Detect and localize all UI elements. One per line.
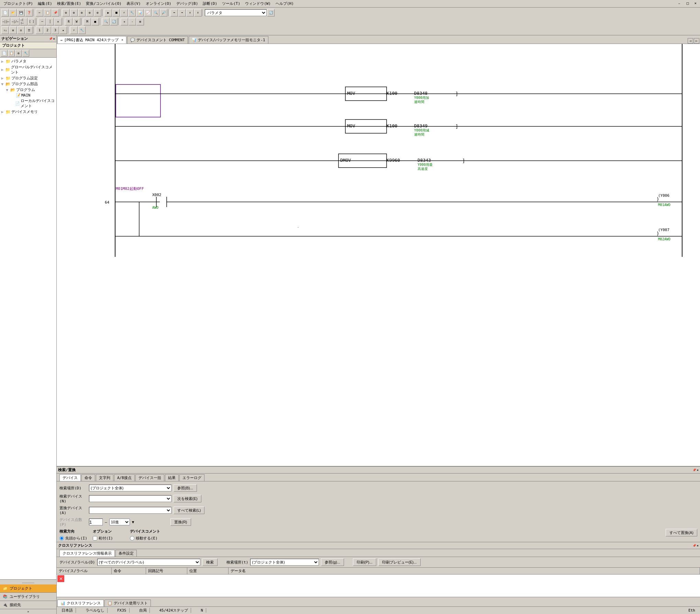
search-next-btn[interactable]: 次を検索(E) [174,495,201,502]
tree-item-global-comment[interactable]: ▷ 📁 グローバルデバイスコメント [1,64,56,75]
xref-reference-btn[interactable]: 参照(g)... [321,558,344,566]
nav-btn-project[interactable]: 📁 プロジェクト [0,584,56,593]
menu-search[interactable]: 検索/置換(E) [55,0,84,7]
tb-r3-10[interactable]: 🔧 [78,26,86,34]
tb-r3-4[interactable]: ☰ [25,26,33,34]
tb-cut[interactable]: ✂ [36,9,43,16]
nav-tb-4[interactable]: 🔧 [22,50,29,57]
tb-btn11[interactable]: 📈 [144,9,152,16]
bottom-tab-device-list[interactable]: 📋 デバイス使用リスト [104,600,151,606]
replace-all-btn[interactable]: すべて置換(A) [666,529,697,536]
tb-delete[interactable]: ✕ [54,18,62,25]
tab-main[interactable]: ✏ [PRG]書込 MAIN 424ステップ × [57,36,126,44]
menu-project[interactable]: プロジェクト(P) [1,0,35,7]
tb-btn15[interactable]: ➡ [178,9,186,16]
tree-item-program[interactable]: ▽ 📂 プログラム [1,87,56,93]
search-tab-ab-contact[interactable]: A/B接点 [114,474,135,481]
tb-zoom-out[interactable]: - [129,18,136,25]
nav-expand-bottom[interactable]: » [0,609,56,614]
tb-paste[interactable]: 📌 [52,9,59,16]
check-digit-input[interactable] [93,536,97,541]
search-tab-error-log[interactable]: エラーログ [179,474,204,481]
tb-new[interactable]: 📄 [1,9,9,16]
nav-tb-3[interactable]: ⚙ [15,50,22,57]
tb-btn7[interactable]: ⏹ [112,9,120,16]
nav-pin[interactable]: 📌 [49,37,53,41]
menu-view[interactable]: 表示(V) [124,0,143,7]
tb-btn9[interactable]: 🔧 [128,9,136,16]
xref-device-combo[interactable]: (すべてのデバイス/ラベル) [97,559,200,566]
tab-nav-left[interactable]: ◁ [688,38,693,44]
nav-expand[interactable]: ‥‥‥‥‥‥ [0,580,56,584]
device-points-unit[interactable]: 10進 [109,519,130,525]
tb-r3-2[interactable]: ⊞ [9,26,17,34]
tb-btn14[interactable]: ⬅ [170,9,178,16]
tree-item-device-memory[interactable]: ▷ 📁 デバイスメモリ [1,109,56,115]
bottom-tab-xref[interactable]: 📊 クロスリファレンス [57,600,104,606]
xref-search-btn[interactable]: 検索 [202,558,218,566]
tab-close[interactable]: × [121,38,123,42]
tb-btn16[interactable]: ⬆ [186,9,194,16]
xref-print-preview-btn[interactable]: 印刷プレビュー(E)... [378,558,421,566]
tb-open[interactable]: 📂 [9,9,17,16]
xref-location-combo[interactable]: (プロジェクト全体) [250,559,319,566]
menu-online[interactable]: オンライン(O) [144,0,174,7]
tab-monitor[interactable]: 📊 デバイス/バッファメモリ一括モニタ-1 [189,36,268,44]
xref-close[interactable]: × [697,544,699,547]
tb-r3-6[interactable]: 2 [44,26,51,34]
tb-monitor[interactable]: M [84,18,91,25]
search-tab-instruction[interactable]: 命令 [81,474,95,481]
xref-print-btn[interactable]: 印刷(P)... [353,558,376,566]
search-tab-device-all[interactable]: デバイス一括 [135,474,164,481]
xref-delete-btn[interactable]: ✕ [57,575,64,582]
tb-contact-nc[interactable]: ─|/─ [11,18,20,25]
tb-zoom-fit[interactable]: ⊞ [136,18,144,25]
tb-r3-7[interactable]: 3 [52,26,59,34]
search-tab-string[interactable]: 文字列 [96,474,113,481]
radio-move-input[interactable] [130,536,134,541]
search-reference-btn[interactable]: 参照(B)... [174,484,197,492]
param-combo[interactable]: パラメタ [205,9,267,16]
tb-r3-1[interactable]: ↑↓ [1,26,9,34]
tb-btn12[interactable]: 🔍 [152,9,159,16]
tree-item-local-comment[interactable]: 📄 ローカルデバイスコメント [1,98,56,109]
tb-replace[interactable]: 🔄 [110,18,118,25]
tree-item-main[interactable]: 📝 MAIN [1,93,56,98]
tb-write[interactable]: W [73,18,80,25]
tb-coil[interactable]: ─( )─ [20,18,27,25]
menu-window[interactable]: ウィンドウ(W) [243,0,273,7]
tree-item-param[interactable]: ▷ 📁 パラメタ [1,58,56,64]
xref-pin[interactable]: 📌 [692,544,696,547]
radio-from-top-input[interactable] [59,536,64,541]
tb-btn6[interactable]: ▶ [104,9,112,16]
ladder-area[interactable]: MOV K100 D8348 Y000用加 速時間 ] MOV K100 D83… [57,44,700,466]
menu-diag[interactable]: 診断(D) [201,0,219,7]
search-pin[interactable]: 📌 [692,468,696,472]
tb-btn2[interactable]: ⚙ [70,9,78,16]
search-device-combo[interactable] [89,495,171,502]
tb-contact-no[interactable]: ─|├─ [1,18,10,25]
tree-item-prog-setting[interactable]: ▷ 📁 プログラム設定 [1,75,56,81]
menu-tools[interactable]: ツール(T) [220,0,242,7]
tb-btn10[interactable]: 📊 [136,9,144,16]
nav-close[interactable]: × [53,37,55,41]
tb-find[interactable]: 🔍 [102,18,110,25]
device-points-input[interactable] [89,519,103,525]
tb-wire-h[interactable]: ─ [38,18,46,25]
tb-btn13[interactable]: 🔎 [160,9,167,16]
tb-btn17[interactable]: ⬇ [194,9,202,16]
xref-tab-condition[interactable]: 条件設定 [115,550,137,557]
nav-btn-connection[interactable]: 🔌 接続先 [0,601,56,609]
tab-nav-right[interactable]: ▷ [694,38,699,44]
nav-btn-user-library[interactable]: 📚 ユーザライブラリ [0,593,56,601]
xref-tab-info[interactable]: クロスリファレンス情報表示 [59,550,115,557]
search-all-btn[interactable]: すべて検索(L) [174,507,204,514]
tb-func[interactable]: [ ] [28,18,35,25]
menu-help[interactable]: ヘルプ(H) [274,0,296,7]
tb-btn4[interactable]: ⚙ [86,9,93,16]
tb-monitor-stop[interactable]: ■ [91,18,99,25]
tb-r3-9[interactable]: ⚡ [70,26,78,34]
tb-zoom-in[interactable]: + [121,18,128,25]
menu-edit[interactable]: 編集(E) [36,0,54,7]
menu-debug[interactable]: デバッグ(B) [174,0,200,7]
